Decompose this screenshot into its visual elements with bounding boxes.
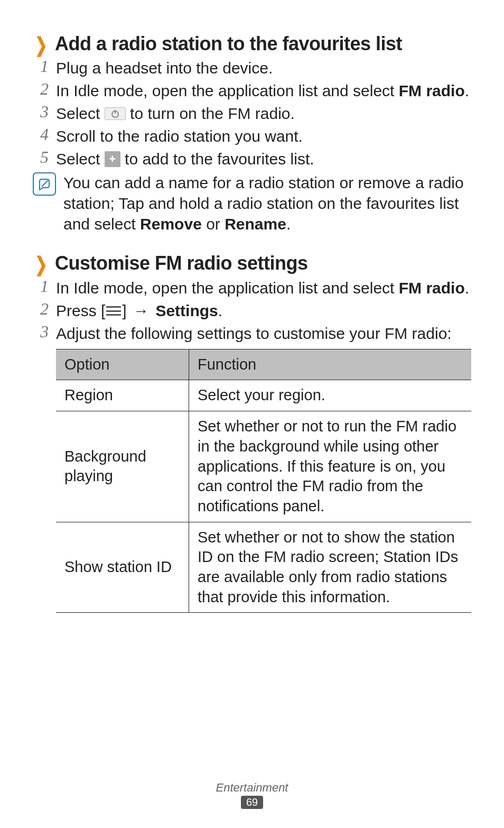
step-number: 3 xyxy=(33,102,49,122)
footer-page-number: 69 xyxy=(241,796,263,809)
step-3: 3 Select to turn on the FM radio. xyxy=(33,103,471,124)
step-text: Scroll to the radio station you want. xyxy=(56,126,303,146)
text-bold-fm-radio: FM radio xyxy=(399,82,465,99)
step-number: 5 xyxy=(33,148,49,167)
text-fragment: ] xyxy=(122,302,131,319)
th-option: Option xyxy=(56,349,189,380)
section-header-customise: ❯ Customise FM radio settings xyxy=(33,252,471,274)
step-text: Adjust the following settings to customi… xyxy=(56,323,452,344)
step-text: Plug a headset into the device. xyxy=(56,58,273,78)
step-text: In Idle mode, open the application list … xyxy=(56,278,469,298)
td-option: Show station ID xyxy=(56,522,189,613)
power-icon xyxy=(105,107,126,120)
step-number: 3 xyxy=(33,322,49,342)
text-fragment: . xyxy=(218,302,222,319)
text-bold-settings: Settings xyxy=(155,302,218,319)
text-fragment: Select xyxy=(56,150,105,168)
plus-icon: + xyxy=(105,151,120,167)
table-row: Region Select your region. xyxy=(56,380,471,411)
step-number: 1 xyxy=(33,277,49,296)
td-function: Set whether or not to show the station I… xyxy=(189,522,471,613)
table-row: Background playing Set whether or not to… xyxy=(56,411,471,522)
step-text: Press [] → Settings. xyxy=(56,300,222,321)
section-title-customise: Customise FM radio settings xyxy=(55,252,308,274)
note-info-icon xyxy=(33,172,56,196)
step-number: 2 xyxy=(33,299,49,319)
text-fragment: . xyxy=(286,215,291,233)
step-2: 2 Press [] → Settings. xyxy=(33,300,471,321)
step-1: 1 In Idle mode, open the application lis… xyxy=(33,278,471,298)
step-text: Select + to add to the favourites list. xyxy=(56,149,314,169)
text-fragment: Press [ xyxy=(56,302,105,319)
text-bold-fm-radio: FM radio xyxy=(399,279,465,297)
note-box: You can add a name for a radio station o… xyxy=(33,172,471,234)
th-function: Function xyxy=(189,349,471,380)
text-fragment: to turn on the FM radio. xyxy=(126,105,295,122)
step-4: 4 Scroll to the radio station you want. xyxy=(33,126,471,146)
text-fragment: to add to the favourites list. xyxy=(120,150,314,168)
text-fragment: Select xyxy=(56,105,105,122)
footer-category: Entertainment xyxy=(0,781,504,795)
step-2: 2 In Idle mode, open the application lis… xyxy=(33,80,471,101)
note-text: You can add a name for a radio station o… xyxy=(63,172,471,234)
menu-icon xyxy=(106,306,121,316)
chevron-right-icon: ❯ xyxy=(35,254,48,274)
section-title-add-favourite: Add a radio station to the favourites li… xyxy=(55,33,402,54)
text-bold-remove: Remove xyxy=(140,215,202,233)
step-3: 3 Adjust the following settings to custo… xyxy=(33,323,471,344)
td-option: Background playing xyxy=(56,411,189,522)
text-fragment: . xyxy=(465,82,469,99)
settings-table: Option Function Region Select your regio… xyxy=(56,349,471,613)
chevron-right-icon: ❯ xyxy=(35,35,48,55)
table-row: Show station ID Set whether or not to sh… xyxy=(56,522,471,613)
text-fragment: or xyxy=(202,215,225,233)
step-number: 4 xyxy=(33,125,49,144)
step-text: In Idle mode, open the application list … xyxy=(56,80,469,101)
table-header-row: Option Function xyxy=(56,349,471,380)
step-1: 1 Plug a headset into the device. xyxy=(33,58,471,78)
step-number: 1 xyxy=(33,57,49,76)
step-5: 5 Select + to add to the favourites list… xyxy=(33,149,471,169)
td-function: Set whether or not to run the FM radio i… xyxy=(189,411,471,522)
text-fragment: In Idle mode, open the application list … xyxy=(56,82,399,99)
td-option: Region xyxy=(56,380,189,411)
text-bold-rename: Rename xyxy=(225,215,286,233)
td-function: Select your region. xyxy=(189,380,471,411)
section-header-add-favourite: ❯ Add a radio station to the favourites … xyxy=(33,33,471,54)
step-number: 2 xyxy=(33,79,49,99)
text-fragment: . xyxy=(465,279,469,297)
step-text: Select to turn on the FM radio. xyxy=(56,103,295,124)
text-fragment: In Idle mode, open the application list … xyxy=(56,279,399,297)
arrow-right-icon: → xyxy=(133,300,149,321)
page-footer: Entertainment 69 xyxy=(0,781,504,809)
